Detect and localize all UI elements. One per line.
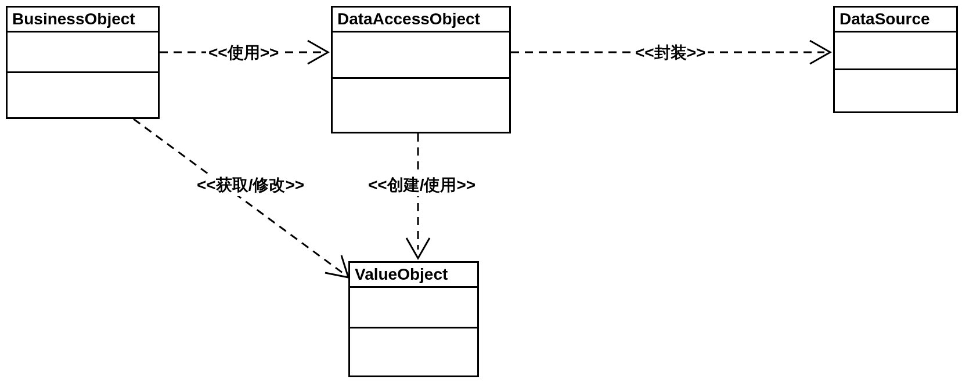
stereotype-dao-to-ds: <<封装>> <box>633 42 708 64</box>
class-data-source: DataSource <box>833 6 958 113</box>
class-title: ValueObject <box>350 263 477 288</box>
class-attributes <box>350 288 477 328</box>
class-operations <box>835 70 956 108</box>
class-value-object: ValueObject <box>348 261 479 377</box>
class-operations <box>8 73 158 114</box>
stereotype-dao-to-vo: <<创建/使用>> <box>366 174 478 196</box>
class-attributes <box>8 32 158 73</box>
stereotype-bo-to-vo: <<获取/修改>> <box>194 174 307 196</box>
class-business-object: BusinessObject <box>6 6 160 119</box>
class-attributes <box>333 32 509 79</box>
class-attributes <box>835 32 956 70</box>
class-operations <box>333 79 509 128</box>
class-operations <box>350 328 477 372</box>
class-title: DataAccessObject <box>333 8 509 32</box>
stereotype-bo-to-dao: <<使用>> <box>206 42 281 64</box>
uml-class-diagram: <<使用>> <<封装>> <<创建/使用>> <<获取/修改>> Busine… <box>0 0 980 390</box>
class-title: BusinessObject <box>8 8 158 32</box>
class-title: DataSource <box>835 8 956 32</box>
class-data-access-object: DataAccessObject <box>331 6 511 133</box>
